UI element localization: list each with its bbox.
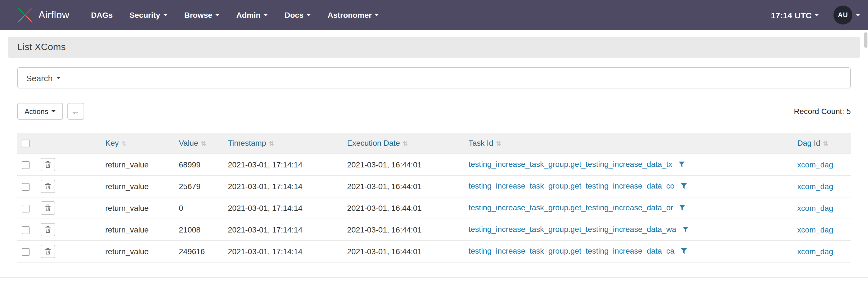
trash-icon [44,204,51,211]
task-id-link[interactable]: testing_increase_task_group.get_testing_… [469,181,674,190]
column-header-value[interactable]: Value⇅ [175,133,223,153]
dag-id-link[interactable]: xcom_dag [797,182,833,190]
filter-funnel-icon[interactable] [682,225,688,234]
execution-date-cell: 2021-03-01, 16:44:01 [343,153,464,175]
trash-icon [44,182,51,190]
caret-down-icon [375,14,379,16]
nav-item-browse[interactable]: Browse [176,0,228,30]
execution-date-cell: 2021-03-01, 16:44:01 [343,197,464,219]
bottom-divider [0,277,868,277]
task-id-link[interactable]: testing_increase_task_group.get_testing_… [469,203,673,212]
dag-id-cell: xcom_dag [793,175,851,197]
column-header-key[interactable]: Key⇅ [101,133,175,153]
caret-down-icon [814,14,819,16]
delete-row-button[interactable] [41,245,55,258]
arrow-left-icon: ← [71,107,80,116]
row-actions-header [36,133,101,153]
execution-date-cell: 2021-03-01, 16:44:01 [343,175,464,197]
nav-menu: DAGs Security Browse Admin Docs Astronom… [83,0,388,30]
filter-funnel-icon[interactable] [678,160,684,169]
delete-row-button[interactable] [41,179,55,193]
caret-down-icon [306,14,311,16]
select-all-checkbox[interactable] [22,140,30,148]
delete-row-button[interactable] [41,158,55,171]
sort-icon: ⇅ [201,140,206,147]
dag-id-link[interactable]: xcom_dag [797,203,833,212]
sort-icon: ⇅ [121,140,126,147]
xcom-key-cell: return_value [101,219,175,240]
row-checkbox[interactable] [22,161,30,169]
row-checkbox[interactable] [22,205,30,212]
xcom-key-cell: return_value [101,153,175,175]
user-menu[interactable]: AU [833,6,860,25]
timestamp-cell: 2021-03-01, 17:14:14 [223,197,343,219]
row-select-cell [17,197,36,219]
row-checkbox[interactable] [22,183,30,190]
table-row: return_value 25679 2021-03-01, 17:14:14 … [17,175,851,197]
xcom-key-cell: return_value [101,240,175,262]
row-select-cell [17,153,36,175]
row-checkbox[interactable] [22,226,30,234]
xcom-value-cell: 0 [175,197,223,219]
dag-id-cell: xcom_dag [793,153,851,175]
airflow-brand[interactable]: Airflow [17,7,69,23]
xcom-value-cell: 68999 [175,153,223,175]
dag-id-link[interactable]: xcom_dag [797,225,833,234]
task-id-link[interactable]: testing_increase_task_group.get_testing_… [469,160,673,169]
sort-icon: ⇅ [403,140,408,147]
caret-down-icon [56,77,60,79]
xcom-value-cell: 25679 [175,175,223,197]
clock-dropdown[interactable]: 17:14 UTC [771,10,819,20]
filter-funnel-icon[interactable] [679,204,686,213]
timestamp-cell: 2021-03-01, 17:14:14 [223,175,343,197]
row-select-cell [17,219,36,240]
column-header-dag_id[interactable]: Dag Id⇅ [793,133,851,153]
execution-date-cell: 2021-03-01, 16:44:01 [343,219,464,240]
row-actions-cell [36,240,101,262]
caret-down-icon [163,14,167,16]
table-row: return_value 0 2021-03-01, 17:14:14 2021… [17,197,851,219]
dag-id-link[interactable]: xcom_dag [797,160,833,169]
trash-icon [44,161,51,168]
actions-button-label: Actions [25,107,48,115]
dag-id-link[interactable]: xcom_dag [797,247,833,256]
nav-item-astronomer[interactable]: Astronomer [319,0,388,30]
column-header-timestamp[interactable]: Timestamp⇅ [223,133,343,153]
trash-icon [44,226,51,233]
task-id-cell: testing_increase_task_group.get_testing_… [464,175,793,197]
xcom-table: Key⇅ Value⇅ Timestamp⇅ Execution Date⇅ T… [17,133,851,262]
sort-icon: ⇅ [496,140,501,147]
caret-down-icon [51,110,56,112]
delete-row-button[interactable] [41,223,55,236]
search-dropdown[interactable]: Search [17,67,851,88]
task-id-cell: testing_increase_task_group.get_testing_… [464,219,793,240]
table-header-row: Key⇅ Value⇅ Timestamp⇅ Execution Date⇅ T… [17,133,851,153]
filter-funnel-icon[interactable] [681,247,687,256]
nav-item-docs[interactable]: Docs [276,0,319,30]
nav-item-security[interactable]: Security [121,0,176,30]
actions-button[interactable]: Actions [17,103,63,119]
column-header-execution_date[interactable]: Execution Date⇅ [343,133,464,153]
row-select-cell [17,240,36,262]
task-id-link[interactable]: testing_increase_task_group.get_testing_… [469,246,674,255]
user-avatar[interactable]: AU [833,6,852,25]
task-id-cell: testing_increase_task_group.get_testing_… [464,240,793,262]
trash-icon [44,248,51,255]
page-title: List XComs [17,42,66,53]
nav-item-admin[interactable]: Admin [228,0,276,30]
brand-title: Airflow [38,9,69,21]
row-checkbox[interactable] [22,248,30,256]
task-id-link[interactable]: testing_increase_task_group.get_testing_… [469,225,676,233]
nav-item-dags[interactable]: DAGs [83,0,121,30]
filter-funnel-icon[interactable] [681,182,687,191]
back-button[interactable]: ← [67,103,84,119]
delete-row-button[interactable] [41,201,55,214]
scrollbar-thumb[interactable] [864,32,867,48]
caret-down-icon [263,14,268,16]
xcom-key-cell: return_value [101,175,175,197]
column-header-task_id[interactable]: Task Id⇅ [464,133,793,153]
table-row: return_value 21008 2021-03-01, 17:14:14 … [17,219,851,240]
dag-id-cell: xcom_dag [793,240,851,262]
task-id-cell: testing_increase_task_group.get_testing_… [464,197,793,219]
task-id-cell: testing_increase_task_group.get_testing_… [464,153,793,175]
